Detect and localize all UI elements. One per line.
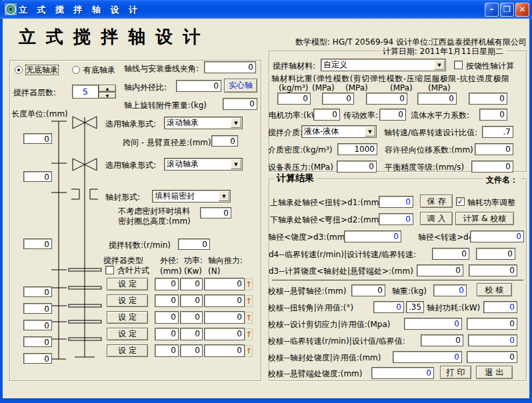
up-arrow-icon[interactable]: ↑ — [245, 345, 253, 357]
material-dropdown[interactable]: 自定义▼ — [321, 59, 446, 71]
blade-type-checkbox[interactable] — [105, 266, 114, 274]
up-arrow-icon[interactable]: ↑ — [245, 312, 253, 324]
pressure-field[interactable]: 0 — [337, 161, 377, 173]
layers-spin-up-icon[interactable]: ▲ — [99, 85, 116, 92]
length-field-4[interactable]: 0 — [23, 286, 52, 297]
radial-disp-field[interactable]: 0 — [475, 143, 513, 155]
shaft-weight-field[interactable]: 0 — [433, 284, 467, 296]
blade-type-label[interactable]: 含叶片式 — [117, 266, 149, 275]
torsion-field-2[interactable]: .35 — [406, 301, 424, 313]
length-field-5[interactable]: 0 — [23, 303, 52, 314]
seal-type-dropdown[interactable]: 填料箱密封▼ — [152, 190, 231, 202]
impeller-5-power-field[interactable]: 0 — [180, 344, 203, 357]
medium-dropdown[interactable]: 液体-液体▼ — [301, 125, 377, 138]
length-field-3[interactable]: 0 — [23, 238, 52, 249]
motor-power-field[interactable]: 0 — [313, 109, 340, 121]
shear-modulus-field[interactable]: 0 — [366, 93, 407, 105]
check-shaft-field[interactable]: 0 — [351, 284, 385, 296]
speed-ratio-field[interactable]: .7 — [482, 126, 513, 138]
impeller-2-diameter-field[interactable]: 0 — [155, 294, 179, 307]
bearing1-dropdown[interactable]: 滚动轴承▼ — [164, 117, 243, 129]
chevron-down-icon[interactable]: ▼ — [365, 127, 375, 137]
impeller-5-thrust-field[interactable]: 0 — [204, 344, 245, 357]
impeller-2-thrust-field[interactable]: 0 — [204, 294, 245, 307]
flexible-shaft-checkbox[interactable] — [454, 61, 463, 69]
medium-density-field[interactable]: 1000 — [337, 143, 377, 155]
radio-no-bottom-bearing-label[interactable]: 无底轴承 — [26, 65, 58, 75]
crit-speed-field-1[interactable]: 0 — [421, 334, 463, 346]
up-arrow-icon[interactable]: ↑ — [245, 278, 253, 290]
set-button-4[interactable]: 设 定 — [107, 328, 148, 340]
up-arrow-icon[interactable]: ↑ — [245, 295, 253, 307]
chevron-down-icon[interactable]: ▼ — [231, 159, 241, 169]
length-field-8[interactable]: 0 — [23, 353, 52, 364]
angle-field[interactable]: 0 — [204, 61, 256, 73]
impeller-5-diameter-field[interactable]: 0 — [155, 344, 179, 357]
print-button[interactable]: 打 印 — [440, 366, 471, 379]
seal-flex-field-1[interactable]: 0 — [393, 351, 462, 363]
impeller-1-thrust-field[interactable]: 0 — [204, 278, 245, 290]
packing-height-field[interactable]: 0 — [200, 207, 231, 218]
efficiency-field[interactable]: 0 — [379, 109, 406, 121]
impeller-3-diameter-field[interactable]: 0 — [155, 311, 179, 324]
elastic-modulus-field[interactable]: 0 — [322, 93, 354, 105]
power-adjust-label[interactable]: 轴耗功率调整 — [467, 198, 515, 207]
radio-no-bottom-bearing[interactable] — [15, 66, 23, 74]
density-prop-field[interactable]: 0 — [277, 93, 311, 105]
impeller-4-power-field[interactable]: 0 — [180, 328, 203, 340]
impeller-3-power-field[interactable]: 0 — [180, 311, 203, 324]
d3-field[interactable]: 0 — [344, 230, 401, 242]
d3-flex-field-1[interactable]: 0 — [417, 264, 463, 276]
impeller-1-power-field[interactable]: 0 — [180, 278, 203, 290]
d3-flex-field-2[interactable]: 0 — [469, 264, 517, 276]
title-bar[interactable]: 立 式 搅 拌 轴 设 计 – ❐ ✕ — [0, 0, 532, 19]
seal-power-field[interactable]: 0 — [483, 301, 517, 313]
maximize-button[interactable]: ❐ — [500, 3, 514, 17]
load-button[interactable]: 调 入 — [420, 212, 453, 225]
d4-field[interactable]: 0 — [470, 230, 524, 242]
layers-spin-down-icon[interactable]: ▼ — [99, 92, 116, 99]
impeller-2-power-field[interactable]: 0 — [180, 294, 203, 307]
shear-field-1[interactable]: 0 — [404, 318, 462, 330]
d1-field[interactable]: 0 — [379, 196, 413, 208]
flexible-shaft-label[interactable]: 按饶性轴计算 — [466, 61, 514, 71]
d4-crit-field-1[interactable]: 0 — [432, 248, 469, 260]
power-adjust-checkbox[interactable]: ✓ — [456, 197, 465, 206]
length-field-1[interactable]: 0 — [23, 133, 52, 144]
radio-with-bottom-bearing[interactable] — [72, 66, 80, 74]
set-button-5[interactable]: 设 定 — [107, 344, 148, 357]
chevron-down-icon[interactable]: ▼ — [231, 118, 241, 128]
solid-shaft-button[interactable]: 实心轴 — [224, 79, 257, 93]
up-arrow-icon[interactable]: ↑ — [245, 328, 253, 340]
minimize-button[interactable]: – — [485, 3, 499, 17]
layers-input[interactable]: 5 — [72, 85, 99, 99]
impeller-1-diameter-field[interactable]: 0 — [155, 278, 179, 290]
seal-flex-field-2[interactable]: 0 — [467, 351, 517, 363]
check-button[interactable]: 校 核 — [477, 283, 512, 296]
chevron-down-icon[interactable]: ▼ — [219, 191, 229, 201]
close-button[interactable]: ✕ — [515, 3, 529, 17]
cantilever-flex-field[interactable]: 0 — [371, 367, 434, 379]
balance-grade-field[interactable]: 0 — [471, 161, 513, 173]
set-button-1[interactable]: 设 定 — [107, 278, 148, 290]
d4-crit-field-2[interactable]: 0 — [476, 248, 515, 260]
attach-weight-field[interactable]: 0 — [223, 98, 257, 110]
yield-limit-field[interactable]: 0 — [417, 93, 457, 105]
set-button-2[interactable]: 设 定 — [107, 294, 148, 307]
shear-field-2[interactable]: 0 — [467, 318, 517, 330]
span-diff-field[interactable]: 0 — [211, 135, 238, 147]
set-button-3[interactable]: 设 定 — [107, 311, 148, 324]
exit-button[interactable]: 退 出 — [476, 366, 513, 379]
ratio-field[interactable]: 0 — [176, 80, 221, 92]
impeller-3-thrust-field[interactable]: 0 — [204, 311, 245, 324]
crit-speed-field-2[interactable]: 0 — [468, 334, 517, 346]
length-field-6[interactable]: 0 — [23, 320, 52, 330]
fluid-coeff-field[interactable]: 0 — [479, 109, 507, 121]
calc-check-button[interactable]: 计算 & 校核 — [455, 212, 514, 225]
save-button[interactable]: 保 存 — [420, 195, 453, 208]
impeller-4-diameter-field[interactable]: 0 — [155, 328, 179, 340]
stir-speed-field[interactable]: 0 — [178, 238, 210, 250]
impeller-4-thrust-field[interactable]: 0 — [204, 328, 245, 340]
bearing2-dropdown[interactable]: 滚动轴承▼ — [164, 158, 243, 171]
length-field-7[interactable]: 0 — [23, 336, 52, 347]
